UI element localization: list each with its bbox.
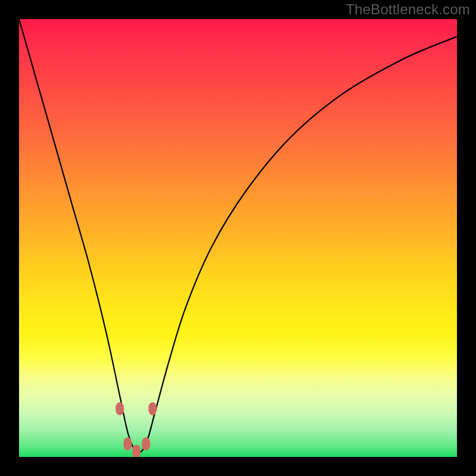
highlight-bead <box>124 437 132 450</box>
highlight-bead <box>142 437 150 450</box>
highlight-bead <box>115 402 124 415</box>
watermark-text: TheBottleneck.com <box>346 1 470 18</box>
highlight-bead <box>149 402 157 415</box>
plot-area <box>19 19 457 457</box>
bottleneck-curve <box>19 19 457 453</box>
highlight-bead <box>132 444 140 457</box>
chart-frame: TheBottleneck.com <box>0 0 476 476</box>
curve-layer <box>19 19 457 457</box>
